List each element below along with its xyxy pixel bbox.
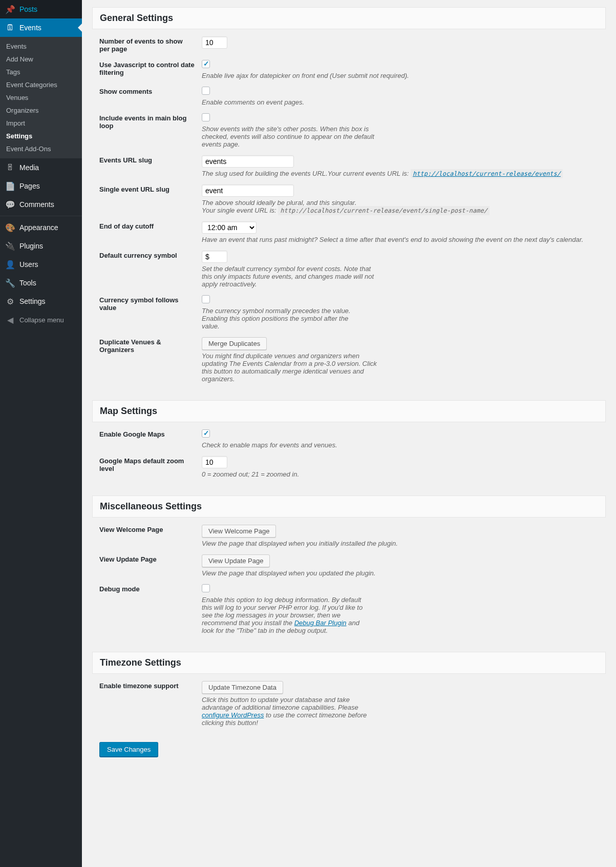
collapse-icon: ◀ [5,315,15,325]
menu-pages[interactable]: 📄 Pages [0,177,82,195]
eod-label: End of day cutoff [99,221,202,230]
zoom-input[interactable] [202,456,227,468]
gear-icon: ⚙ [5,296,15,306]
events-slug-url-link[interactable]: http://localhost/current-release/events/ [411,169,563,178]
enable-maps-help: Check to enable maps for events and venu… [202,441,488,449]
misc-settings-header: Miscellaneous Settings [92,496,606,518]
currency-input[interactable] [202,251,227,263]
zoom-label: Google Maps default zoom level [99,456,202,472]
menu-pages-label: Pages [19,182,40,190]
menu-tools[interactable]: 🔧 Tools [0,274,82,292]
plugin-icon: 🔌 [5,241,15,251]
update-timezone-button[interactable]: Update Timezone Data [202,681,283,694]
comment-icon: 💬 [5,199,15,210]
menu-appearance[interactable]: 🎨 Appearance [0,218,82,237]
eod-select[interactable]: 12:00 am [202,221,257,234]
merge-duplicates-button[interactable]: Merge Duplicates [202,337,267,350]
menu-media-label: Media [19,163,39,172]
menu-plugins-label: Plugins [19,242,43,250]
view-update-button[interactable]: View Update Page [202,554,270,567]
user-icon: 👤 [5,259,15,270]
menu-users-label: Users [19,260,38,269]
collapse-label: Collapse menu [19,316,64,324]
currency-help: Set the default currency symbol for even… [202,265,376,288]
pushpin-icon: 📌 [5,4,15,14]
dup-label: Duplicate Venues & Organizers [99,337,202,354]
tz-enable-label: Enable timezone support [99,681,202,690]
show-comments-label: Show comments [99,87,202,95]
enable-maps-checkbox[interactable] [202,429,210,438]
configure-wp-link[interactable]: configure WordPress [202,711,264,719]
menu-settings-label: Settings [19,297,46,305]
menu-plugins[interactable]: 🔌 Plugins [0,237,82,255]
show-comments-checkbox[interactable] [202,87,210,95]
map-settings-header: Map Settings [92,400,606,422]
enable-maps-label: Enable Google Maps [99,429,202,438]
menu-settings[interactable]: ⚙ Settings [0,292,82,311]
events-slug-input[interactable] [202,155,294,168]
menu-events[interactable]: 🗓 Events [0,18,82,37]
num-events-input[interactable] [202,36,227,49]
menu-appearance-label: Appearance [19,223,58,232]
menu-tools-label: Tools [19,279,36,287]
general-settings-title: General Settings [100,13,598,24]
events-submenu: Events Add New Tags Event Categories Ven… [0,37,82,158]
submenu-venues[interactable]: Venues [0,91,82,104]
show-comments-help: Enable comments on event pages. [202,98,488,106]
map-settings-title: Map Settings [100,406,598,417]
js-filter-help: Enable live ajax for datepicker on front… [202,72,488,79]
media-icon: 🎚 [5,162,15,173]
misc-settings-title: Miscellaneous Settings [100,501,598,512]
menu-comments-label: Comments [19,200,54,209]
tz-settings-header: Timezone Settings [92,652,606,674]
debug-bar-link[interactable]: Debug Bar Plugin [294,619,347,627]
num-events-label: Number of events to show per page [99,36,202,53]
submenu-organizers[interactable]: Organizers [0,104,82,117]
general-settings-header: General Settings [92,7,606,29]
menu-posts-label: Posts [19,5,37,13]
include-loop-checkbox[interactable] [202,113,210,121]
submenu-event-addons[interactable]: Event Add-Ons [0,142,82,155]
include-loop-label: Include events in main blog loop [99,113,202,130]
single-slug-url: http://localhost/current-release/event/s… [278,206,490,215]
currency-follow-label: Currency symbol follows value [99,295,202,312]
debug-checkbox[interactable] [202,584,210,592]
debug-help: Enable this option to log debug informat… [202,596,366,634]
zoom-help: 0 = zoomed out; 21 = zoomed in. [202,470,488,478]
menu-events-label: Events [19,24,41,32]
tz-help: Click this button to update your databas… [202,696,376,727]
currency-follow-help: The currency symbol normally precedes th… [202,307,366,330]
eod-help: Have an event that runs past midnight? S… [202,236,599,243]
submenu-import[interactable]: Import [0,117,82,130]
tz-settings-title: Timezone Settings [100,657,598,668]
submenu-events[interactable]: Events [0,40,82,53]
single-slug-label: Single event URL slug [99,184,202,193]
admin-sidebar: 📌 Posts 🗓 Events Events Add New Tags Eve… [0,0,82,867]
welcome-help: View the page that displayed when you in… [202,540,488,547]
welcome-label: View Welcome Page [99,525,202,533]
appearance-icon: 🎨 [5,222,15,233]
menu-comments[interactable]: 💬 Comments [0,195,82,214]
submenu-tags[interactable]: Tags [0,66,82,78]
js-filter-checkbox[interactable] [202,60,210,68]
submenu-add-new[interactable]: Add New [0,53,82,66]
events-slug-help: The slug used for building the events UR… [202,170,599,177]
currency-follow-checkbox[interactable] [202,295,210,303]
single-slug-help: The above should ideally be plural, and … [202,199,599,214]
menu-users[interactable]: 👤 Users [0,255,82,274]
update-label: View Update Page [99,554,202,563]
wrench-icon: 🔧 [5,278,15,288]
js-filter-label: Use Javascript to control date filtering [99,60,202,76]
submenu-event-categories[interactable]: Event Categories [0,78,82,91]
page-icon: 📄 [5,181,15,191]
save-changes-button[interactable]: Save Changes [99,742,158,757]
events-slug-label: Events URL slug [99,155,202,164]
single-slug-input[interactable] [202,184,294,197]
view-welcome-button[interactable]: View Welcome Page [202,525,276,538]
menu-separator [0,216,82,216]
collapse-menu[interactable]: ◀ Collapse menu [0,311,82,329]
menu-posts[interactable]: 📌 Posts [0,0,82,18]
calendar-icon: 🗓 [5,23,15,33]
submenu-settings[interactable]: Settings [0,130,82,142]
menu-media[interactable]: 🎚 Media [0,158,82,177]
